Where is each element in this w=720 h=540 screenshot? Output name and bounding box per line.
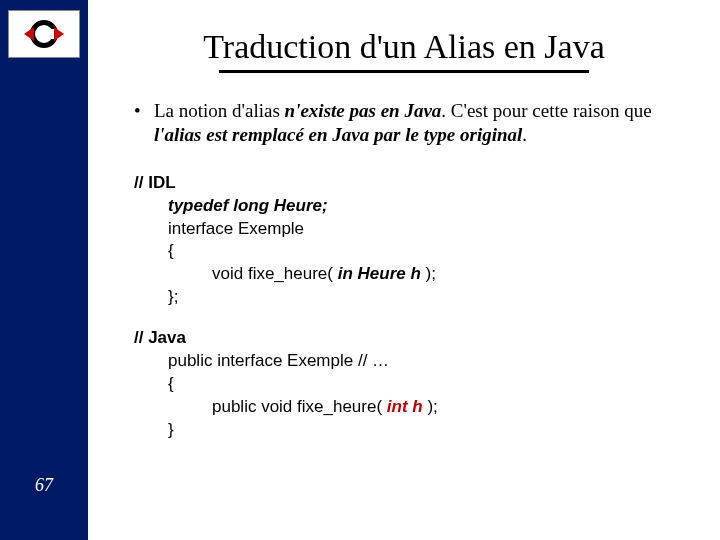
java-fn-arg: int h (387, 397, 423, 416)
java-close-brace: } (134, 419, 694, 442)
bullet-text: La notion d'alias n'existe pas en Java. … (154, 99, 694, 148)
bullet-em-2: l'alias est remplacé en Java par le type… (154, 124, 522, 145)
idl-code-block: // IDL typedef long Heure; interface Exe… (134, 172, 694, 310)
page-number: 67 (0, 475, 88, 496)
java-interface: public interface Exemple // … (134, 350, 694, 373)
java-open-brace: { (134, 373, 694, 396)
java-method: public void fixe_heure( int h ); (134, 396, 694, 419)
bullet-seg-1: La notion d'alias (154, 100, 285, 121)
title-rule (219, 70, 589, 73)
idl-interface: interface Exemple (134, 218, 694, 241)
idl-fn-pre: void fixe_heure( (212, 264, 338, 283)
idl-method: void fixe_heure( in Heure h ); (134, 263, 694, 286)
slide: 67 Traduction d'un Alias en Java • La no… (0, 0, 720, 540)
java-fn-post: ); (423, 397, 438, 416)
bullet-seg-3: . (522, 124, 527, 145)
logo-c-icon (26, 16, 62, 52)
bullet-em-1: n'existe pas en Java (285, 100, 442, 121)
content-area: Traduction d'un Alias en Java • La notio… (88, 0, 720, 540)
idl-comment: // IDL (134, 172, 694, 195)
idl-open-brace: { (134, 240, 694, 263)
slide-title: Traduction d'un Alias en Java (114, 28, 694, 66)
idl-close-brace: }; (134, 286, 694, 309)
java-fn-pre: public void fixe_heure( (212, 397, 387, 416)
logo (8, 10, 80, 58)
bullet-item: • La notion d'alias n'existe pas en Java… (134, 99, 694, 148)
bullet-marker: • (134, 99, 154, 148)
java-comment: // Java (134, 327, 694, 350)
java-code-block: // Java public interface Exemple // … { … (134, 327, 694, 442)
idl-typedef: typedef long Heure; (134, 195, 694, 218)
sidebar: 67 (0, 0, 88, 540)
bullet-seg-2: . C'est pour cette raison que (441, 100, 651, 121)
idl-fn-post: ); (421, 264, 436, 283)
idl-fn-arg: in Heure h (338, 264, 421, 283)
